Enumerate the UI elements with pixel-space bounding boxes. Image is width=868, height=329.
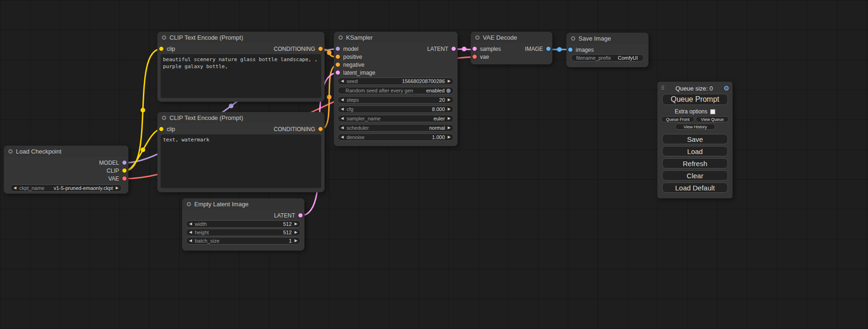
widget-steps[interactable]: ◀ steps 20 ▶ — [338, 96, 454, 104]
link-midpoint-dot[interactable] — [229, 104, 233, 108]
widget-denoise[interactable]: ◀ denoise 1.000 ▶ — [338, 133, 454, 141]
decrement-arrow-icon[interactable]: ◀ — [14, 186, 16, 190]
node-title-bar[interactable]: VAE Decode — [471, 32, 552, 43]
port-image-output[interactable] — [546, 46, 551, 51]
decrement-arrow-icon[interactable]: ◀ — [341, 135, 344, 139]
widget-label: cfg — [346, 106, 353, 112]
link-midpoint-dot[interactable] — [141, 108, 145, 112]
node-title-bar[interactable]: CLIP Text Encode (Prompt) — [157, 32, 325, 43]
settings-gear-icon[interactable]: ⚙ — [723, 84, 729, 92]
widget-label: ckpt_name — [19, 185, 44, 191]
node-title-bar[interactable]: Empty Latent Image — [182, 198, 304, 210]
port-clip-input[interactable] — [159, 46, 164, 51]
decrement-arrow-icon[interactable]: ◀ — [189, 222, 192, 226]
decrement-arrow-icon[interactable]: ◀ — [341, 79, 344, 83]
widget-value: v1-5-pruned-emaonly.ckpt — [54, 185, 113, 191]
load-button[interactable]: Load — [662, 146, 728, 156]
node-empty-latent-image[interactable]: Empty Latent Image LATENT ◀ width 512 ▶ … — [182, 198, 304, 251]
node-title-bar[interactable]: Load Checkpoint — [4, 146, 128, 157]
decrement-arrow-icon[interactable]: ◀ — [341, 107, 344, 111]
port-model-output[interactable] — [122, 160, 127, 165]
collapse-dot-icon[interactable] — [162, 116, 166, 120]
prompt-text-input[interactable]: beautiful scenery nature glass bottle la… — [161, 54, 321, 98]
toggle-dot-icon[interactable] — [446, 89, 451, 93]
port-vae-input[interactable] — [472, 54, 477, 59]
decrement-arrow-icon[interactable]: ◀ — [189, 239, 192, 243]
widget-cfg[interactable]: ◀ cfg 8.000 ▶ — [338, 105, 454, 113]
widget-width[interactable]: ◀ width 512 ▶ — [186, 220, 301, 228]
widget-scheduler[interactable]: ◀ scheduler normal ▶ — [338, 124, 454, 132]
port-latent-output[interactable] — [298, 213, 303, 218]
increment-arrow-icon[interactable]: ▶ — [448, 98, 451, 102]
decrement-arrow-icon[interactable]: ◀ — [341, 126, 344, 130]
link-midpoint-dot[interactable] — [141, 147, 145, 152]
increment-arrow-icon[interactable]: ▶ — [448, 117, 451, 120]
decrement-arrow-icon[interactable]: ◀ — [341, 117, 344, 120]
load-default-button[interactable]: Load Default — [662, 182, 728, 193]
port-model-input[interactable] — [335, 46, 340, 51]
node-vae-decode[interactable]: VAE Decode samples IMAGE vae — [471, 32, 552, 64]
port-positive-input[interactable] — [335, 54, 340, 59]
node-ksampler[interactable]: KSampler model LATENT positive — [334, 32, 458, 146]
clear-button[interactable]: Clear — [662, 170, 728, 181]
port-images-input[interactable] — [568, 47, 573, 52]
port-latent-output[interactable] — [451, 46, 456, 51]
widget-batch-size[interactable]: ◀ batch_size 1 ▶ — [186, 237, 301, 245]
save-button[interactable]: Save — [662, 134, 728, 144]
node-save-image[interactable]: Save Image images filename_prefix ComfyU… — [566, 33, 649, 67]
increment-arrow-icon[interactable]: ▶ — [295, 239, 297, 243]
decrement-arrow-icon[interactable]: ◀ — [189, 231, 192, 234]
port-conditioning-output[interactable] — [318, 46, 323, 51]
port-latent-image-input[interactable] — [335, 70, 340, 75]
output-row: CLIP — [4, 167, 128, 175]
output-label: CLIP — [106, 168, 119, 174]
input-label: model — [343, 46, 359, 52]
drag-handle-icon[interactable]: ⠿ — [661, 85, 665, 91]
extra-options-label: Extra options — [675, 108, 707, 115]
port-clip-output[interactable] — [122, 168, 127, 173]
link-midpoint-dot[interactable] — [462, 47, 466, 51]
increment-arrow-icon[interactable]: ▶ — [448, 107, 451, 111]
node-title-bar[interactable]: Save Image — [566, 33, 649, 44]
node-title-bar[interactable]: KSampler — [334, 32, 458, 43]
queue-front-button[interactable]: Queue Front — [661, 116, 694, 122]
port-clip-input[interactable] — [159, 126, 164, 132]
widget-filename-prefix[interactable]: filename_prefix ComfyUI — [571, 54, 644, 62]
increment-arrow-icon[interactable]: ▶ — [295, 222, 297, 226]
port-conditioning-output[interactable] — [318, 126, 323, 132]
queue-prompt-button[interactable]: Queue Prompt — [662, 94, 728, 105]
refresh-button[interactable]: Refresh — [662, 158, 728, 168]
increment-arrow-icon[interactable]: ▶ — [448, 79, 451, 83]
decrement-arrow-icon[interactable]: ◀ — [341, 98, 344, 102]
collapse-dot-icon[interactable] — [162, 35, 166, 40]
extra-options-checkbox[interactable] — [710, 109, 715, 114]
node-load-checkpoint[interactable]: Load Checkpoint MODEL CLIP VAE — [4, 146, 128, 194]
collapse-dot-icon[interactable] — [8, 149, 13, 154]
widget-sampler-name[interactable]: ◀ sampler_name euler ▶ — [338, 115, 454, 122]
node-title-bar[interactable]: CLIP Text Encode (Prompt) — [157, 112, 325, 123]
view-queue-button[interactable]: View Queue — [696, 116, 729, 122]
link-midpoint-dot[interactable] — [327, 50, 332, 55]
link-midpoint-dot[interactable] — [557, 47, 562, 52]
collapse-dot-icon[interactable] — [339, 35, 343, 40]
collapse-dot-icon[interactable] — [475, 35, 480, 40]
widget-height[interactable]: ◀ height 512 ▶ — [186, 229, 301, 236]
increment-arrow-icon[interactable]: ▶ — [448, 135, 451, 139]
widget-ckpt-name[interactable]: ◀ ckpt_name v1-5-pruned-emaonly.ckpt ▶ — [10, 184, 122, 192]
widget-seed[interactable]: ◀ seed 156680208700286 ▶ — [338, 77, 454, 85]
port-samples-input[interactable] — [472, 46, 477, 51]
increment-arrow-icon[interactable]: ▶ — [295, 231, 297, 234]
link-midpoint-dot[interactable] — [327, 95, 332, 99]
collapse-dot-icon[interactable] — [187, 202, 191, 206]
widget-random-seed[interactable]: Random seed after every gen enabled — [338, 87, 454, 94]
node-clip-text-encode-positive[interactable]: CLIP Text Encode (Prompt) clip CONDITION… — [157, 32, 325, 102]
increment-arrow-icon[interactable]: ▶ — [448, 126, 451, 130]
view-history-button[interactable]: View History — [675, 124, 715, 130]
collapse-dot-icon[interactable] — [571, 36, 575, 41]
port-negative-input[interactable] — [335, 62, 340, 67]
port-vae-output[interactable] — [122, 176, 127, 181]
node-graph-canvas[interactable]: Load Checkpoint MODEL CLIP VAE — [0, 0, 868, 329]
prompt-text-input[interactable]: text, watermark — [161, 134, 321, 188]
increment-arrow-icon[interactable]: ▶ — [116, 186, 119, 190]
node-clip-text-encode-negative[interactable]: CLIP Text Encode (Prompt) clip CONDITION… — [157, 112, 325, 192]
